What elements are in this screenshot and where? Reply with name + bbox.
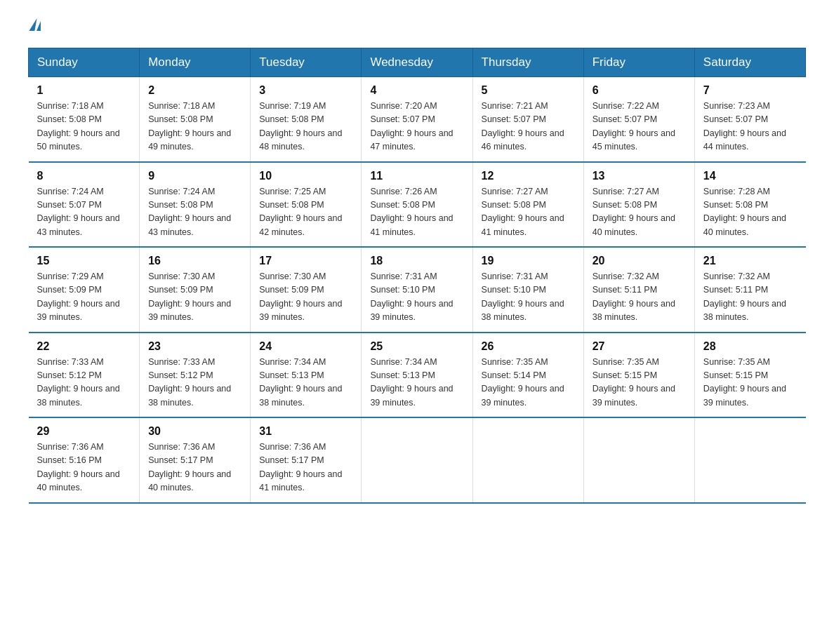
calendar-cell: 29 Sunrise: 7:36 AMSunset: 5:16 PMDaylig…: [29, 417, 140, 503]
day-info: Sunrise: 7:22 AMSunset: 5:07 PMDaylight:…: [593, 101, 675, 152]
calendar-cell: 30 Sunrise: 7:36 AMSunset: 5:17 PMDaylig…: [140, 417, 251, 503]
day-number: 15: [37, 255, 131, 267]
calendar-week-row: 22 Sunrise: 7:33 AMSunset: 5:12 PMDaylig…: [29, 333, 806, 418]
day-info: Sunrise: 7:35 AMSunset: 5:14 PMDaylight:…: [482, 357, 564, 408]
calendar-cell: 11 Sunrise: 7:26 AMSunset: 5:08 PMDaylig…: [362, 162, 472, 248]
logo: [28, 21, 41, 34]
day-number: 29: [37, 425, 131, 438]
calendar-cell: 21 Sunrise: 7:32 AMSunset: 5:11 PMDaylig…: [694, 247, 805, 333]
day-number: 28: [703, 340, 797, 353]
day-info: Sunrise: 7:26 AMSunset: 5:08 PMDaylight:…: [370, 187, 453, 237]
calendar-week-row: 29 Sunrise: 7:36 AMSunset: 5:16 PMDaylig…: [29, 417, 806, 503]
day-info: Sunrise: 7:27 AMSunset: 5:08 PMDaylight:…: [482, 187, 564, 237]
day-number: 19: [482, 255, 575, 267]
calendar-table: SundayMondayTuesdayWednesdayThursdayFrid…: [28, 48, 806, 504]
day-number: 2: [148, 84, 241, 97]
day-number: 14: [703, 170, 797, 182]
day-info: Sunrise: 7:27 AMSunset: 5:08 PMDaylight:…: [593, 187, 675, 237]
day-info: Sunrise: 7:18 AMSunset: 5:08 PMDaylight:…: [148, 101, 231, 152]
calendar-cell: 26 Sunrise: 7:35 AMSunset: 5:14 PMDaylig…: [472, 333, 583, 418]
day-info: Sunrise: 7:28 AMSunset: 5:08 PMDaylight:…: [703, 187, 786, 237]
calendar-cell: 20 Sunrise: 7:32 AMSunset: 5:11 PMDaylig…: [583, 247, 694, 333]
day-number: 21: [703, 255, 797, 267]
day-info: Sunrise: 7:30 AMSunset: 5:09 PMDaylight:…: [259, 271, 342, 322]
calendar-cell: 25 Sunrise: 7:34 AMSunset: 5:13 PMDaylig…: [362, 333, 472, 418]
day-number: 23: [148, 340, 241, 353]
calendar-cell: 23 Sunrise: 7:33 AMSunset: 5:12 PMDaylig…: [140, 333, 251, 418]
calendar-cell: 27 Sunrise: 7:35 AMSunset: 5:15 PMDaylig…: [583, 333, 694, 418]
day-number: 8: [37, 170, 131, 182]
column-header-tuesday: Tuesday: [251, 48, 362, 77]
day-info: Sunrise: 7:24 AMSunset: 5:07 PMDaylight:…: [37, 187, 120, 237]
day-number: 13: [593, 170, 686, 182]
day-number: 7: [703, 84, 797, 97]
calendar-cell: [472, 417, 583, 503]
day-info: Sunrise: 7:23 AMSunset: 5:07 PMDaylight:…: [703, 101, 786, 152]
column-header-wednesday: Wednesday: [362, 48, 472, 77]
day-info: Sunrise: 7:36 AMSunset: 5:17 PMDaylight:…: [259, 442, 342, 492]
day-number: 20: [593, 255, 686, 267]
day-number: 30: [148, 425, 241, 438]
column-header-thursday: Thursday: [472, 48, 583, 77]
day-info: Sunrise: 7:34 AMSunset: 5:13 PMDaylight:…: [259, 357, 342, 408]
calendar-cell: 14 Sunrise: 7:28 AMSunset: 5:08 PMDaylig…: [694, 162, 805, 248]
day-number: 6: [593, 84, 686, 97]
calendar-cell: 1 Sunrise: 7:18 AMSunset: 5:08 PMDayligh…: [29, 77, 140, 162]
calendar-header-row: SundayMondayTuesdayWednesdayThursdayFrid…: [29, 48, 806, 77]
day-info: Sunrise: 7:36 AMSunset: 5:16 PMDaylight:…: [37, 442, 120, 492]
calendar-cell: 17 Sunrise: 7:30 AMSunset: 5:09 PMDaylig…: [251, 247, 362, 333]
day-info: Sunrise: 7:36 AMSunset: 5:17 PMDaylight:…: [148, 442, 231, 492]
calendar-cell: 6 Sunrise: 7:22 AMSunset: 5:07 PMDayligh…: [583, 77, 694, 162]
calendar-cell: [583, 417, 694, 503]
day-info: Sunrise: 7:24 AMSunset: 5:08 PMDaylight:…: [148, 187, 231, 237]
day-number: 3: [259, 84, 352, 97]
day-info: Sunrise: 7:31 AMSunset: 5:10 PMDaylight:…: [482, 271, 564, 322]
calendar-week-row: 8 Sunrise: 7:24 AMSunset: 5:07 PMDayligh…: [29, 162, 806, 248]
calendar-cell: 7 Sunrise: 7:23 AMSunset: 5:07 PMDayligh…: [694, 77, 805, 162]
day-info: Sunrise: 7:32 AMSunset: 5:11 PMDaylight:…: [703, 271, 786, 322]
calendar-cell: 28 Sunrise: 7:35 AMSunset: 5:15 PMDaylig…: [694, 333, 805, 418]
calendar-cell: 3 Sunrise: 7:19 AMSunset: 5:08 PMDayligh…: [251, 77, 362, 162]
calendar-cell: [694, 417, 805, 503]
day-number: 16: [148, 255, 241, 267]
calendar-cell: 13 Sunrise: 7:27 AMSunset: 5:08 PMDaylig…: [583, 162, 694, 248]
day-info: Sunrise: 7:21 AMSunset: 5:07 PMDaylight:…: [482, 101, 564, 152]
calendar-cell: 2 Sunrise: 7:18 AMSunset: 5:08 PMDayligh…: [140, 77, 251, 162]
day-info: Sunrise: 7:20 AMSunset: 5:07 PMDaylight:…: [370, 101, 453, 152]
day-info: Sunrise: 7:33 AMSunset: 5:12 PMDaylight:…: [148, 357, 231, 408]
day-info: Sunrise: 7:32 AMSunset: 5:11 PMDaylight:…: [593, 271, 675, 322]
column-header-friday: Friday: [583, 48, 694, 77]
calendar-cell: 19 Sunrise: 7:31 AMSunset: 5:10 PMDaylig…: [472, 247, 583, 333]
page-header: [28, 21, 806, 34]
day-number: 24: [259, 340, 352, 353]
calendar-cell: 10 Sunrise: 7:25 AMSunset: 5:08 PMDaylig…: [251, 162, 362, 248]
day-info: Sunrise: 7:35 AMSunset: 5:15 PMDaylight:…: [593, 357, 675, 408]
column-header-saturday: Saturday: [694, 48, 805, 77]
calendar-cell: 24 Sunrise: 7:34 AMSunset: 5:13 PMDaylig…: [251, 333, 362, 418]
day-info: Sunrise: 7:25 AMSunset: 5:08 PMDaylight:…: [259, 187, 342, 237]
day-info: Sunrise: 7:19 AMSunset: 5:08 PMDaylight:…: [259, 101, 342, 152]
day-number: 5: [482, 84, 575, 97]
calendar-cell: 22 Sunrise: 7:33 AMSunset: 5:12 PMDaylig…: [29, 333, 140, 418]
day-number: 18: [370, 255, 463, 267]
day-info: Sunrise: 7:35 AMSunset: 5:15 PMDaylight:…: [703, 357, 786, 408]
day-number: 26: [482, 340, 575, 353]
day-info: Sunrise: 7:30 AMSunset: 5:09 PMDaylight:…: [148, 271, 231, 322]
calendar-cell: 8 Sunrise: 7:24 AMSunset: 5:07 PMDayligh…: [29, 162, 140, 248]
day-info: Sunrise: 7:34 AMSunset: 5:13 PMDaylight:…: [370, 357, 453, 408]
calendar-week-row: 1 Sunrise: 7:18 AMSunset: 5:08 PMDayligh…: [29, 77, 806, 162]
calendar-cell: 9 Sunrise: 7:24 AMSunset: 5:08 PMDayligh…: [140, 162, 251, 248]
day-number: 22: [37, 340, 131, 353]
day-number: 31: [259, 425, 352, 438]
day-number: 9: [148, 170, 241, 182]
day-number: 10: [259, 170, 352, 182]
calendar-cell: [362, 417, 472, 503]
calendar-cell: 18 Sunrise: 7:31 AMSunset: 5:10 PMDaylig…: [362, 247, 472, 333]
column-header-sunday: Sunday: [29, 48, 140, 77]
day-info: Sunrise: 7:31 AMSunset: 5:10 PMDaylight:…: [370, 271, 453, 322]
day-number: 27: [593, 340, 686, 353]
day-number: 4: [370, 84, 463, 97]
calendar-cell: 5 Sunrise: 7:21 AMSunset: 5:07 PMDayligh…: [472, 77, 583, 162]
calendar-week-row: 15 Sunrise: 7:29 AMSunset: 5:09 PMDaylig…: [29, 247, 806, 333]
day-number: 17: [259, 255, 352, 267]
